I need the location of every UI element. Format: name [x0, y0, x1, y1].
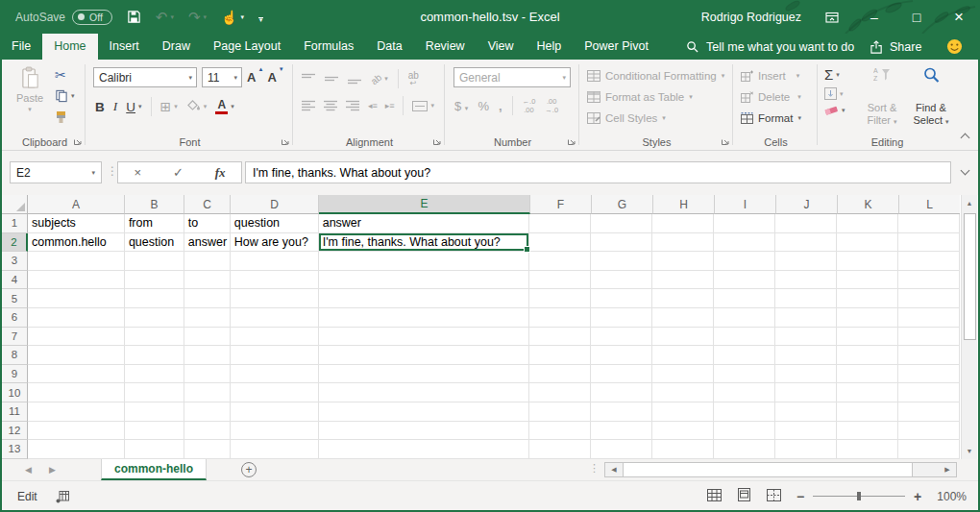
- cell-A3[interactable]: [28, 252, 125, 271]
- column-header-E[interactable]: E: [319, 195, 530, 214]
- cell-E1[interactable]: answer: [319, 214, 530, 233]
- cell-L1[interactable]: [898, 214, 960, 233]
- cell-L6[interactable]: [898, 308, 960, 328]
- bold-button[interactable]: B: [95, 100, 105, 114]
- cell-F12[interactable]: [529, 422, 591, 441]
- cell-B13[interactable]: [125, 440, 184, 459]
- tab-data[interactable]: Data: [365, 34, 413, 60]
- tab-power-pivot[interactable]: Power Pivot: [573, 34, 660, 60]
- decrease-decimal-button[interactable]: .00 →.0: [545, 97, 558, 114]
- cell-F1[interactable]: [529, 214, 591, 233]
- redo-button[interactable]: ↷ ▾: [188, 10, 207, 24]
- cell-B10[interactable]: [125, 383, 184, 402]
- cell-H9[interactable]: [652, 365, 714, 384]
- font-size-combo[interactable]: 11 ▾: [202, 67, 242, 87]
- conditional-formatting-button[interactable]: Conditional Formatting ▾: [580, 65, 733, 85]
- cell-I8[interactable]: [714, 346, 775, 365]
- cell-H7[interactable]: [652, 328, 714, 347]
- clear-button[interactable]: ▾: [824, 105, 845, 116]
- insert-function-button[interactable]: fx: [215, 165, 226, 181]
- cell-A4[interactable]: [28, 271, 125, 290]
- cell-G7[interactable]: [591, 328, 652, 347]
- orientation-button[interactable]: ab: [369, 71, 384, 86]
- cell-C3[interactable]: [184, 252, 231, 271]
- cell-I3[interactable]: [714, 252, 775, 271]
- merge-center-icon[interactable]: [412, 101, 428, 111]
- cell-J6[interactable]: [775, 308, 837, 328]
- cell-G8[interactable]: [591, 346, 652, 365]
- increase-font-size-button[interactable]: A ▲: [247, 70, 262, 85]
- row-header-13[interactable]: 13: [2, 440, 28, 459]
- scroll-up-button[interactable]: ▲: [962, 195, 977, 211]
- cell-H1[interactable]: [652, 214, 714, 233]
- cell-E10[interactable]: [319, 383, 530, 402]
- cancel-button[interactable]: ×: [134, 165, 141, 180]
- row-header-8[interactable]: 8: [2, 346, 28, 365]
- styles-dialog-launcher[interactable]: [721, 136, 730, 146]
- italic-button[interactable]: I: [113, 99, 118, 114]
- cell-H8[interactable]: [652, 346, 714, 365]
- cell-J9[interactable]: [775, 365, 837, 384]
- align-middle-icon[interactable]: [325, 73, 338, 85]
- align-left-icon[interactable]: [302, 100, 315, 111]
- cell-C11[interactable]: [184, 402, 231, 422]
- cell-C5[interactable]: [184, 289, 231, 308]
- name-box[interactable]: E2 ▾: [10, 161, 102, 183]
- save-button[interactable]: [127, 10, 141, 24]
- cell-F3[interactable]: [529, 252, 591, 271]
- alignment-dialog-launcher[interactable]: [432, 136, 442, 146]
- cell-B2[interactable]: question: [125, 233, 184, 253]
- autosum-button[interactable]: Σ ▾: [824, 66, 845, 83]
- cell-E6[interactable]: [319, 308, 530, 328]
- expand-formula-bar-button[interactable]: [961, 166, 970, 176]
- cell-D9[interactable]: [231, 365, 319, 384]
- cell-L8[interactable]: [898, 346, 960, 365]
- font-name-combo[interactable]: Calibri ▾: [93, 67, 197, 87]
- cell-A1[interactable]: subjects: [28, 214, 125, 233]
- column-header-A[interactable]: A: [28, 195, 125, 214]
- cell-K11[interactable]: [837, 402, 898, 422]
- format-painter-button[interactable]: [55, 110, 67, 124]
- align-top-icon[interactable]: [302, 73, 315, 85]
- enter-button[interactable]: ✓: [173, 165, 184, 180]
- cell-E13[interactable]: [319, 440, 530, 459]
- cell-L9[interactable]: [898, 365, 960, 384]
- sort-filter-button[interactable]: A Z Sort & Filter ▾: [859, 66, 905, 128]
- cell-L10[interactable]: [898, 383, 960, 402]
- format-as-table-button[interactable]: Format as Table ▾: [580, 86, 733, 107]
- column-header-C[interactable]: C: [184, 195, 231, 214]
- scroll-right-button[interactable]: ▶: [939, 463, 956, 476]
- cell-H3[interactable]: [652, 252, 714, 271]
- cell-F6[interactable]: [529, 308, 591, 328]
- fill-button[interactable]: ▾: [824, 87, 845, 100]
- cell-F2[interactable]: [529, 233, 591, 253]
- cell-I5[interactable]: [714, 289, 775, 308]
- cell-C9[interactable]: [184, 365, 231, 384]
- undo-button[interactable]: ↶ ▾: [156, 10, 174, 24]
- cell-G9[interactable]: [591, 365, 652, 384]
- cell-D10[interactable]: [231, 383, 319, 402]
- cell-A10[interactable]: [28, 383, 125, 402]
- cell-C8[interactable]: [184, 346, 231, 365]
- align-bottom-icon[interactable]: [348, 73, 361, 85]
- cell-B6[interactable]: [125, 308, 184, 328]
- cell-G11[interactable]: [591, 402, 652, 422]
- cell-E7[interactable]: [319, 328, 530, 347]
- increase-indent-button[interactable]: ▸≡: [385, 101, 394, 110]
- ribbon-display-options-button[interactable]: [811, 0, 853, 34]
- cell-L2[interactable]: [898, 233, 960, 253]
- wrap-text-button[interactable]: ab ↩: [408, 71, 419, 86]
- horizontal-scroll-track[interactable]: [913, 463, 939, 476]
- cell-K7[interactable]: [837, 328, 898, 347]
- cell-D4[interactable]: [231, 271, 319, 290]
- cell-A12[interactable]: [28, 422, 125, 441]
- cell-K4[interactable]: [837, 271, 898, 290]
- close-button[interactable]: ×: [938, 0, 980, 34]
- autosave-pill[interactable]: Off: [72, 10, 112, 25]
- cell-H13[interactable]: [652, 440, 714, 459]
- sheet-tab-common-hello[interactable]: common-hello: [101, 459, 207, 480]
- cell-L11[interactable]: [898, 402, 960, 422]
- cell-K2[interactable]: [837, 233, 898, 253]
- cell-G12[interactable]: [591, 422, 652, 441]
- cell-F11[interactable]: [529, 402, 591, 422]
